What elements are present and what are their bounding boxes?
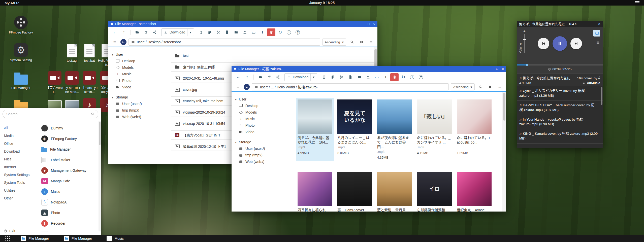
category-item[interactable]: Media (0, 132, 38, 140)
titlebar[interactable]: File Manager - screenshot (108, 21, 377, 27)
grid-view-button[interactable] (358, 39, 365, 46)
delete-button[interactable] (267, 28, 275, 36)
sidebar-item[interactable]: Models (108, 64, 168, 71)
file-tile[interactable]: イロ 忘却感傷代償連鎖... (415, 170, 453, 212)
info-button[interactable] (285, 28, 293, 36)
refresh-button[interactable] (276, 28, 284, 36)
desktop-icon[interactable]: 【maru~yu kimin... (80, 71, 99, 94)
toggle-sidebar-button[interactable] (234, 83, 242, 90)
desktop-icon[interactable]: test.agi (63, 43, 81, 63)
sidebar-item[interactable]: Desktop (108, 58, 168, 64)
sidebar-item[interactable]: Photo (232, 122, 292, 129)
download-button[interactable]: Download (161, 28, 194, 36)
search-box[interactable] (3, 110, 98, 118)
app-item[interactable]: FFmpeg Factory (38, 133, 101, 144)
sidebar-item[interactable]: User (user:/) (232, 145, 292, 152)
app-item[interactable]: Dummy (38, 123, 101, 133)
sidebar-header-user[interactable]: User (108, 51, 168, 58)
start-button[interactable] (5, 236, 10, 241)
open-button[interactable] (133, 28, 141, 36)
up-button[interactable] (120, 28, 128, 36)
file-tile[interactable]: 四季折々に擦られ... (296, 170, 334, 212)
file-tile[interactable]: 「寂しい」 命に嫌われている。_ カンザキイオリ ... .mp3 4.19MB (415, 98, 453, 161)
grid-view-button[interactable] (486, 83, 494, 90)
rename-button[interactable] (258, 28, 267, 36)
category-item[interactable]: System Settings (0, 171, 38, 179)
minimize-button[interactable] (593, 22, 595, 26)
playlist-item[interactable]: KING _ Kanaria cover. by 柘榴-zakuro-.mp3 … (517, 129, 603, 144)
help-button[interactable] (417, 73, 425, 81)
playlist-item[interactable]: Cynic _ ポリスピカデリー cover. by 柘榴-zakuro-.mp… (517, 86, 603, 101)
category-item[interactable]: Internet (0, 163, 38, 171)
file-tile[interactable]: 例えば、今此処に置かれた花に _ 164... .mp3 4.99MB (296, 98, 334, 161)
search-button[interactable] (477, 83, 484, 90)
upload-button[interactable] (364, 73, 372, 81)
search-input[interactable] (6, 112, 89, 116)
cast-button[interactable] (593, 30, 600, 37)
app-item[interactable]: System Setting (38, 229, 101, 231)
toggle-sidebar-button[interactable] (111, 39, 118, 46)
sidebar-header-user[interactable]: User (232, 96, 292, 102)
sidebar-item[interactable]: tmp (tmp:/) (108, 107, 168, 114)
top-menu-icon[interactable] (635, 1, 639, 4)
sidebar-item[interactable]: Music (108, 71, 168, 77)
category-item[interactable]: All (0, 124, 38, 132)
info-button[interactable] (408, 73, 416, 81)
copy-button[interactable] (205, 28, 214, 36)
copy-button[interactable] (329, 73, 337, 81)
close-button[interactable] (598, 22, 600, 26)
sidebar-item[interactable]: tmp (tmp:/) (232, 152, 292, 158)
search-button[interactable] (348, 39, 356, 46)
up-button[interactable] (243, 73, 251, 81)
share-button[interactable] (150, 28, 159, 36)
maximize-button[interactable] (496, 67, 498, 71)
progress-bar[interactable] (517, 64, 603, 65)
theme-moon-button[interactable] (120, 39, 126, 45)
pause-button[interactable] (553, 36, 567, 51)
refresh-button[interactable] (399, 73, 407, 81)
file-tile[interactable]: 夏を見て いるかな 八月のレイニー _ はるまきごはん co... .mp3 3… (336, 98, 374, 161)
new-folder-button[interactable] (232, 28, 240, 36)
scrollbar-thumb[interactable] (503, 93, 505, 121)
minimize-button[interactable] (491, 67, 493, 71)
desktop-icon[interactable]: File Manager (7, 71, 35, 90)
app-item[interactable]: Recorder (38, 218, 101, 229)
delete-button[interactable] (390, 73, 399, 81)
sidebar-header-storage[interactable]: Storage (232, 139, 292, 145)
upload-button[interactable] (241, 28, 249, 36)
close-button[interactable] (502, 67, 504, 71)
taskbar-item[interactable]: Music (107, 236, 124, 241)
category-item[interactable]: System Tools (0, 179, 38, 186)
sort-select[interactable]: Ascending (451, 83, 475, 90)
sidebar-item[interactable]: Models (232, 109, 292, 116)
cut-button[interactable] (337, 73, 346, 81)
app-item[interactable]: Manga Cafe (38, 176, 101, 186)
open-button[interactable] (256, 73, 264, 81)
titlebar[interactable]: File Manager - 柘榴-zakuro- (232, 66, 506, 72)
file-tile[interactable]: 世紀東京 _ Ayase... (455, 170, 493, 212)
category-item[interactable]: Download (0, 147, 38, 155)
sidebar-item[interactable]: Music (232, 116, 292, 122)
progress-handle[interactable] (526, 64, 528, 66)
open-in-new-button[interactable] (142, 28, 150, 36)
desktop-icon[interactable]: Fly Me To The Moo... (63, 71, 81, 94)
desktop-icon[interactable]: System Setting (7, 43, 35, 62)
app-item[interactable]: File Manager (38, 144, 101, 155)
desktop-icon[interactable]: 【東方Vocal... (46, 71, 64, 94)
menu-scrollbar[interactable] (99, 121, 101, 231)
new-file-button[interactable] (223, 28, 231, 36)
titlebar[interactable]: 例えば、今此処に置かれた花に _ 164 c... (517, 21, 603, 27)
volume-up-button[interactable]: + (523, 29, 526, 33)
playlist-item[interactable]: HAPPY BIRTHDAY _ back number cover. by 柘… (517, 101, 603, 115)
app-item[interactable]: Music (38, 186, 101, 197)
sidebar-item[interactable]: Video (108, 84, 168, 90)
download-caret[interactable] (310, 74, 314, 81)
category-item[interactable]: Utilities (0, 186, 38, 194)
sidebar-header-storage[interactable]: Storage (108, 94, 168, 100)
close-button[interactable] (373, 22, 375, 26)
app-item[interactable]: Label Maker (38, 155, 101, 165)
sidebar-item[interactable]: Desktop (232, 102, 292, 109)
app-item[interactable]: Photo (38, 208, 101, 218)
breadcrumb[interactable]: user: / ... / Hello World / 柘榴-zakuro- (252, 83, 449, 90)
menu-scrollbar-thumb[interactable] (99, 122, 101, 145)
